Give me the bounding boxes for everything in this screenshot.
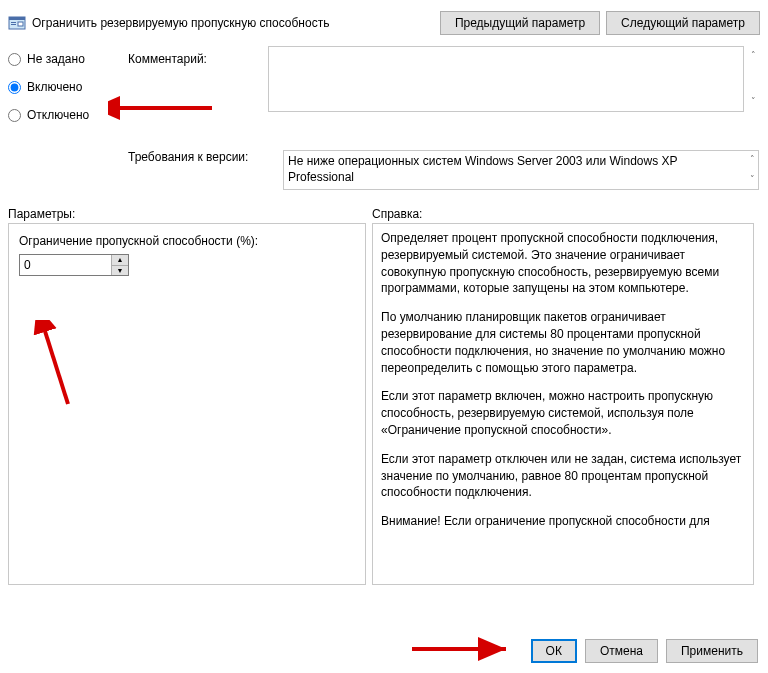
previous-setting-button[interactable]: Предыдущий параметр [440,11,600,35]
svg-rect-3 [11,24,16,25]
ok-button[interactable]: ОК [531,639,577,663]
scroll-down-icon: ˅ [750,174,755,184]
cancel-button[interactable]: Отмена [585,639,658,663]
bandwidth-limit-input[interactable] [20,255,111,275]
scroll-down-icon: ˅ [751,96,756,106]
parameters-heading: Параметры: [8,207,372,221]
help-panel: Определяет процент пропускной способност… [372,223,754,585]
radio-disabled-label: Отключено [27,108,89,122]
next-setting-button[interactable]: Следующий параметр [606,11,760,35]
radio-disabled-input[interactable] [8,109,21,122]
svg-rect-2 [11,22,16,23]
comment-label: Комментарий: [128,52,268,66]
scroll-up-icon: ˄ [750,154,755,164]
help-paragraph: По умолчанию планировщик пакетов огранич… [381,309,745,376]
annotation-arrow-icon [406,636,516,662]
policy-icon [8,14,26,32]
radio-enabled-input[interactable] [8,81,21,94]
radio-disabled[interactable]: Отключено [8,108,128,122]
radio-not-configured[interactable]: Не задано [8,52,128,66]
requirements-label: Требования к версии: [8,150,283,193]
help-paragraph: Внимание! Если ограничение пропускной сп… [381,513,745,530]
help-paragraph: Определяет процент пропускной способност… [381,230,745,297]
radio-enabled[interactable]: Включено [8,80,128,94]
scroll-up-icon: ˄ [751,50,756,60]
apply-button[interactable]: Применить [666,639,758,663]
window-title: Ограничить резервируемую пропускную спос… [32,16,440,30]
comment-textarea[interactable] [268,46,744,112]
help-paragraph: Если этот параметр отключен или не задан… [381,451,745,501]
spinner-up-button[interactable]: ▲ [112,255,128,266]
parameters-panel: Ограничение пропускной способности (%): … [8,223,366,585]
help-heading: Справка: [372,207,422,221]
spinner-down-button[interactable]: ▼ [112,266,128,276]
bandwidth-limit-spinner[interactable]: ▲ ▼ [19,254,129,276]
radio-enabled-label: Включено [27,80,82,94]
svg-rect-4 [18,22,23,26]
requirements-textarea [283,150,759,190]
help-paragraph: Если этот параметр включен, можно настро… [381,388,745,438]
radio-not-configured-label: Не задано [27,52,85,66]
svg-rect-1 [9,17,25,20]
radio-not-configured-input[interactable] [8,53,21,66]
bandwidth-limit-label: Ограничение пропускной способности (%): [19,234,355,248]
